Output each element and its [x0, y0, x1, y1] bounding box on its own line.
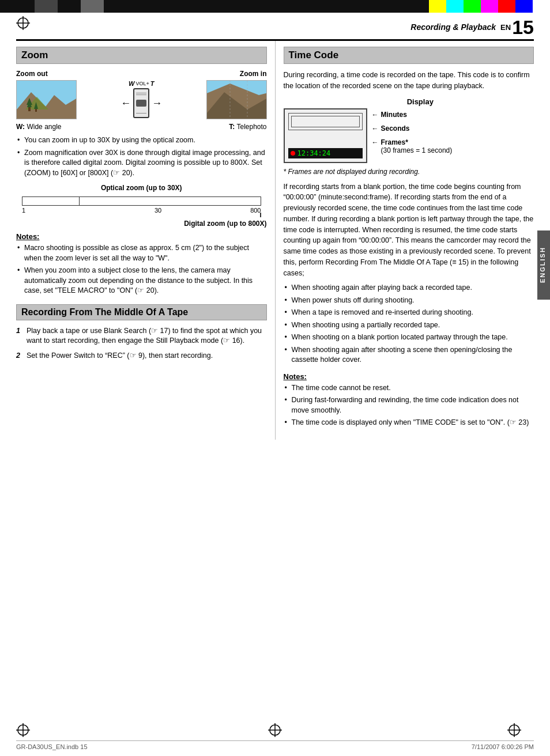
zoom-bullet-1: You can zoom in up to 30X by using the o… — [16, 135, 267, 146]
left-column: Zoom Zoom out — [16, 41, 276, 440]
bar-num-30: 30 — [155, 207, 161, 214]
tc-note-1: The time code cannot be reset. — [284, 383, 534, 394]
timecode-footnote: * Frames are not displayed during record… — [284, 168, 534, 176]
zoom-diagram: Zoom out — [16, 70, 267, 119]
t-label: T: Telephoto — [229, 123, 266, 131]
display-label: Display — [307, 97, 534, 106]
zoom-in-image — [206, 80, 267, 119]
zoom-bullet-2: Zoom magnification over 30X is done thro… — [16, 148, 267, 179]
tc-note-3: The time code is displayed only when "TI… — [284, 418, 534, 428]
zoom-bullets: You can zoom in up to 30X by using the o… — [16, 135, 267, 178]
svg-rect-6 — [28, 107, 31, 111]
tc-notes-title: Notes: — [284, 372, 534, 381]
bar-num-1: 1 — [22, 207, 25, 214]
zoom-note-1: Macro shooting is possible as close as a… — [16, 243, 267, 263]
english-sidebar: ENGLISH — [537, 230, 550, 300]
step-2: 2 Set the Power Switch to “REC” (☞ 9), t… — [16, 351, 267, 361]
right-column: Time Code During recording, a time code … — [276, 41, 534, 440]
footer-left: GR-DA30US_EN.indb 15 — [16, 743, 88, 750]
zoom-notes: Notes: Macro shooting is possible as clo… — [16, 232, 267, 296]
timecode-section-header: Time Code — [284, 47, 534, 64]
tc-note-2: During fast-forwarding and rewinding, th… — [284, 395, 534, 415]
case-1: When shooting again after playing back a… — [284, 283, 534, 293]
optical-zoom-label: Optical zoom (up to 30X) — [16, 184, 267, 192]
timecode-cases: When shooting again after playing back a… — [284, 283, 534, 365]
zoom-in-label: Zoom in — [206, 70, 267, 78]
recording-section-header: Recording From The Middle Of A Tape — [16, 304, 267, 320]
step-1: 1 Play back a tape or use Blank Search (… — [16, 326, 267, 346]
case-4: When shooting using a partially recorded… — [284, 320, 534, 331]
page-header-title: Recording & Playback — [410, 22, 496, 32]
recording-section: Recording From The Middle Of A Tape 1 Pl… — [16, 304, 267, 361]
footer-right: 7/11/2007 6:00:26 PM — [472, 743, 534, 750]
zoom-control: W VOL+ T ← → — [120, 70, 162, 118]
case-3: When a tape is removed and re-inserted d… — [284, 308, 534, 318]
page-number: 15 — [512, 17, 534, 37]
zoom-bar-section: Optical zoom (up to 30X) 1 — [16, 184, 267, 228]
case-5: When shooting on a blank portion located… — [284, 332, 534, 343]
page-lang: EN — [500, 23, 511, 32]
tc-notes: Notes: The time code cannot be reset. Du… — [284, 372, 534, 428]
recording-steps: 1 Play back a tape or use Blank Search (… — [16, 326, 267, 361]
case-6: When shooting again after shooting a sce… — [284, 345, 534, 365]
zoom-out-label: Zoom out — [16, 70, 77, 78]
w-label: W: Wide angle — [16, 123, 62, 131]
zoom-note-2: When you zoom into a subject close to th… — [16, 266, 267, 296]
page-footer: GR-DA30US_EN.indb 15 7/11/2007 6:00:26 P… — [16, 740, 534, 750]
tc-labels: ← Minutes ← Seconds ← Frames* (30 frames… — [372, 108, 453, 154]
tc-display-value: 12:34:24 — [288, 148, 363, 158]
timecode-intro: During recording, a time code is recorde… — [284, 70, 534, 92]
tc-display-box: 12:34:24 — [284, 108, 367, 163]
zoom-out-image — [16, 80, 77, 119]
timecode-diagram: 12:34:24 ← Minutes ← Seconds ← — [284, 108, 534, 163]
case-2: When power shuts off during shooting. — [284, 296, 534, 306]
digital-zoom-label: Digital zoom (up to 800X) — [16, 220, 267, 228]
timecode-body: If recording starts from a blank portion… — [284, 182, 534, 279]
page-header: Recording & Playback EN 15 — [16, 17, 534, 41]
zoom-notes-title: Notes: — [16, 232, 267, 241]
optical-bar — [22, 196, 80, 206]
digital-bar — [80, 196, 261, 206]
zoom-section-header: Zoom — [16, 47, 267, 64]
